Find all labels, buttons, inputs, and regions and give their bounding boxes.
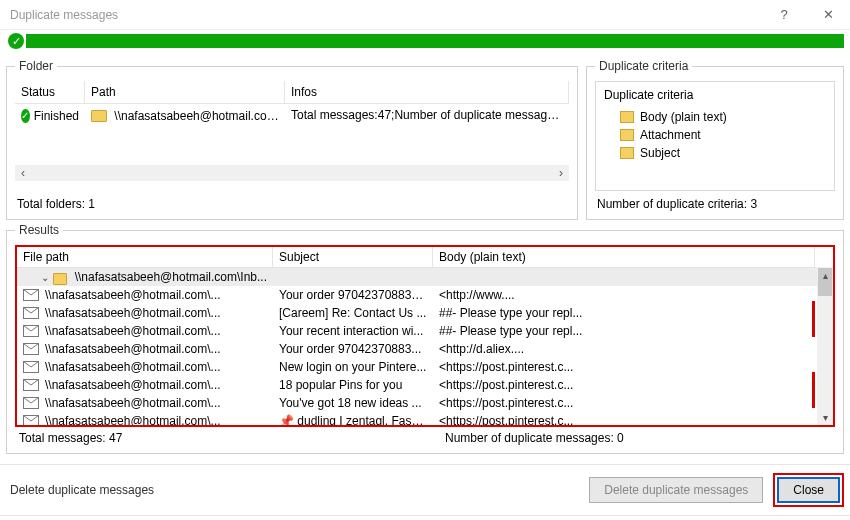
results-table-wrap: File path Subject Body (plain text) ⌄ \\… [15,245,835,427]
tag-icon [620,129,634,141]
folder-hscrollbar[interactable]: ‹ › [15,165,569,181]
scroll-down-icon[interactable]: ▾ [817,409,833,425]
col-filepath[interactable]: File path [17,247,273,268]
envelope-icon [23,415,39,426]
help-button[interactable]: ? [762,0,806,30]
criteria-item-label: Subject [640,146,680,160]
criteria-item[interactable]: Subject [604,144,826,162]
results-totals: Total messages: 47 Number of duplicate m… [15,431,835,445]
criteria-item[interactable]: Attachment [604,126,826,144]
col-status[interactable]: Status [15,81,85,104]
criteria-count-label: Number of duplicate criteria: 3 [595,197,835,211]
close-button[interactable]: Close [777,477,840,503]
col-infos[interactable]: Infos [285,81,569,104]
folder-path: \\nafasatsabeeh@hotmail.com\I... [114,109,285,123]
scroll-right-icon[interactable]: › [553,165,569,181]
envelope-icon [23,397,39,409]
envelope-icon [23,343,39,355]
folder-infos: Total messages:47;Number of duplicate me… [285,104,569,127]
bottom-bar: Delete duplicate messages Delete duplica… [0,464,850,515]
tag-icon [620,147,634,159]
titlebar: Duplicate messages ? ✕ [0,0,850,30]
progress-complete-icon: ✓ [8,33,24,49]
folder-groupbox: Folder Status Path Infos ✓ Finished \\na… [6,66,578,220]
parent-path: \\nafasatsabeeh@hotmail.com\Inb... [75,270,267,284]
results-row[interactable]: \\nafasatsabeeh@hotmail.com\... Your ord… [17,340,833,358]
criteria-legend: Duplicate criteria [595,59,692,73]
bottom-label: Delete duplicate messages [10,483,579,497]
status-finished-icon: ✓ [21,109,30,123]
envelope-icon [23,379,39,391]
results-table-header: File path Subject Body (plain text) [17,247,833,268]
folder-table-header: Status Path Infos [15,81,569,104]
results-legend: Results [15,223,63,237]
results-row[interactable]: \\nafasatsabeeh@hotmail.com\... New logi… [17,358,833,376]
criteria-item-label: Body (plain text) [640,110,727,124]
envelope-icon [23,325,39,337]
close-window-button[interactable]: ✕ [806,0,850,30]
results-parent-row[interactable]: ⌄ \\nafasatsabeeh@hotmail.com\Inb... [17,268,833,286]
results-row[interactable]: \\nafasatsabeeh@hotmail.com\... [Careem]… [17,304,833,322]
close-button-highlight: Close [773,473,844,507]
folder-table: Status Path Infos ✓ Finished \\nafasatsa… [15,81,569,191]
results-row[interactable]: \\nafasatsabeeh@hotmail.com\... 18 popul… [17,376,833,394]
total-folders-label: Total folders: 1 [15,197,569,211]
criteria-inner-title: Duplicate criteria [604,88,826,102]
window-title: Duplicate messages [10,8,762,22]
results-row[interactable]: \\nafasatsabeeh@hotmail.com\... Your ord… [17,286,833,304]
envelope-icon [23,289,39,301]
progress-bar: ✓ [26,34,844,48]
total-messages-label: Total messages: 47 [19,431,405,445]
criteria-item[interactable]: Body (plain text) [604,108,826,126]
results-row[interactable]: \\nafasatsabeeh@hotmail.com\... Your rec… [17,322,833,340]
chevron-down-icon[interactable]: ⌄ [41,272,49,283]
highlight-marker [812,372,815,408]
status-text: Finished [34,109,79,123]
results-vscrollbar[interactable]: ▴ ▾ [817,267,833,425]
criteria-groupbox: Duplicate criteria Duplicate criteria Bo… [586,66,844,220]
delete-duplicate-button[interactable]: Delete duplicate messages [589,477,763,503]
col-spacer [815,247,833,268]
tag-icon [620,111,634,123]
folder-icon [91,110,107,122]
scroll-left-icon[interactable]: ‹ [15,165,31,181]
results-groupbox: Results File path Subject Body (plain te… [6,230,844,454]
col-path[interactable]: Path [85,81,285,104]
scroll-up-icon[interactable]: ▴ [817,267,833,283]
col-subject[interactable]: Subject [273,247,433,268]
results-row[interactable]: \\nafasatsabeeh@hotmail.com\... 📌 dudlin… [17,412,833,426]
highlight-marker [812,301,815,337]
envelope-icon [23,307,39,319]
statusbar: End [0,515,850,520]
folder-icon [53,273,67,285]
results-row[interactable]: \\nafasatsabeeh@hotmail.com\... You've g… [17,394,833,412]
folder-legend: Folder [15,59,57,73]
duplicate-messages-label: Number of duplicate messages: 0 [405,431,831,445]
folder-table-row[interactable]: ✓ Finished \\nafasatsabeeh@hotmail.com\I… [15,104,569,127]
results-body[interactable]: ⌄ \\nafasatsabeeh@hotmail.com\Inb... \\n… [17,268,833,426]
col-body[interactable]: Body (plain text) [433,247,815,268]
criteria-item-label: Attachment [640,128,701,142]
envelope-icon [23,361,39,373]
criteria-list: Duplicate criteria Body (plain text) Att… [595,81,835,191]
